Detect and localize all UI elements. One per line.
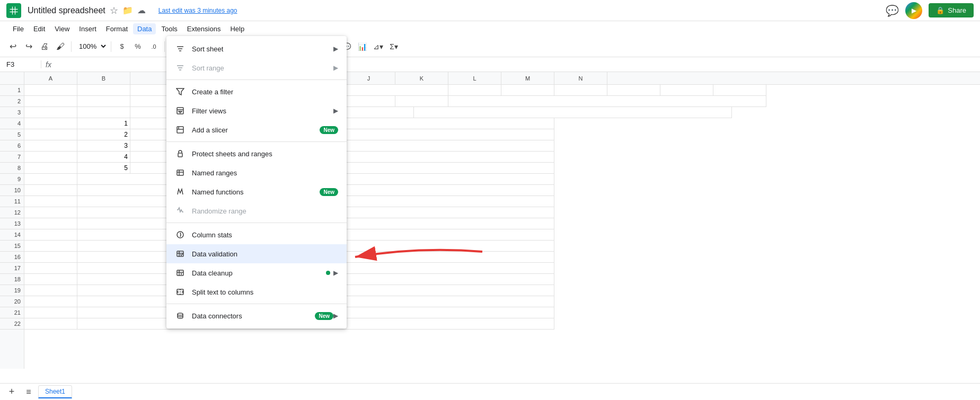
menu-option-named-ranges[interactable]: Named ranges xyxy=(166,163,347,182)
col-header-j[interactable]: J xyxy=(342,72,395,84)
menu-format[interactable]: Format xyxy=(102,23,132,34)
row-num-22[interactable]: 22 xyxy=(0,318,24,330)
cell-a9[interactable] xyxy=(24,174,77,185)
cell-h1[interactable] xyxy=(395,85,448,96)
cell-a17[interactable] xyxy=(24,263,77,274)
row-num-5[interactable]: 5 xyxy=(0,129,24,140)
folder-icon[interactable]: 📁 xyxy=(122,5,133,15)
cell-k1[interactable] xyxy=(554,85,607,96)
menu-option-column-stats[interactable]: Column stats xyxy=(166,225,347,244)
cell-i1[interactable] xyxy=(448,85,501,96)
cell-b8[interactable]: 5 xyxy=(77,163,130,174)
cell-rest2[interactable] xyxy=(448,96,766,107)
cell-l1[interactable] xyxy=(607,85,660,96)
zoom-select[interactable]: 100% xyxy=(75,41,108,52)
menu-help[interactable]: Help xyxy=(226,23,249,34)
menu-option-filter-views[interactable]: Filter views ▶ xyxy=(166,101,347,120)
row-num-19[interactable]: 19 xyxy=(0,285,24,296)
cell-a4[interactable] xyxy=(24,118,77,129)
chart-button[interactable]: 📊 xyxy=(355,39,369,54)
decimal-button[interactable]: .0 xyxy=(146,39,161,54)
row-num-2[interactable]: 2 xyxy=(0,96,24,107)
cell-a16[interactable] xyxy=(24,252,77,263)
cell-a12[interactable] xyxy=(24,207,77,218)
cell-j1[interactable] xyxy=(501,85,554,96)
undo-button[interactable]: ↩ xyxy=(5,39,20,54)
cell-a20[interactable] xyxy=(24,296,77,307)
menu-option-protect-sheets[interactable]: Protect sheets and ranges xyxy=(166,144,347,163)
cell-h2[interactable] xyxy=(395,96,448,107)
share-button[interactable]: 🔒 Share xyxy=(929,3,974,17)
menu-option-data-cleanup[interactable]: Data cleanup ▶ xyxy=(166,263,347,282)
sheet-tab-1[interactable]: Sheet1 xyxy=(38,385,72,398)
row-num-14[interactable]: 14 xyxy=(0,229,24,241)
cell-a11[interactable] xyxy=(24,196,77,207)
comment-icon[interactable]: 💬 xyxy=(886,4,899,17)
row-num-21[interactable]: 21 xyxy=(0,307,24,318)
cell-a18[interactable] xyxy=(24,274,77,285)
row-num-1[interactable]: 1 xyxy=(0,85,24,96)
menu-option-create-filter[interactable]: Create a filter xyxy=(166,82,347,101)
cell-rest3[interactable] xyxy=(414,107,732,118)
cloud-icon[interactable]: ☁ xyxy=(137,5,146,15)
row-num-20[interactable]: 20 xyxy=(0,296,24,307)
cell-b7[interactable]: 4 xyxy=(77,152,130,163)
cell-a21[interactable] xyxy=(24,307,77,318)
percent-button[interactable]: % xyxy=(130,39,145,54)
cell-b4[interactable]: 1 xyxy=(77,118,130,129)
sheet-menu-button[interactable]: ≡ xyxy=(21,385,36,399)
currency-button[interactable]: $ xyxy=(114,39,129,54)
menu-option-data-validation[interactable]: Data validation xyxy=(166,244,347,263)
menu-option-sort-range[interactable]: Sort range ▶ xyxy=(166,58,347,77)
cell-a2[interactable] xyxy=(24,96,77,107)
menu-option-sort-sheet[interactable]: Sort sheet ▶ xyxy=(166,39,347,58)
filter-button[interactable]: ⊿▾ xyxy=(370,39,385,54)
col-header-a[interactable]: A xyxy=(24,72,77,84)
menu-option-data-connectors[interactable]: Data connectors New ▶ xyxy=(166,306,347,325)
row-num-12[interactable]: 12 xyxy=(0,207,24,218)
col-header-b[interactable]: B xyxy=(77,72,130,84)
cell-a8[interactable] xyxy=(24,163,77,174)
menu-edit[interactable]: Edit xyxy=(29,23,49,34)
cell-a15[interactable] xyxy=(24,241,77,252)
menu-extensions[interactable]: Extensions xyxy=(183,23,225,34)
add-sheet-button[interactable]: + xyxy=(4,385,19,399)
cell-a19[interactable] xyxy=(24,285,77,296)
row-num-13[interactable]: 13 xyxy=(0,218,24,229)
row-num-8[interactable]: 8 xyxy=(0,163,24,174)
cell-b2[interactable] xyxy=(77,96,130,107)
row-num-18[interactable]: 18 xyxy=(0,274,24,285)
menu-option-named-functions[interactable]: Named functions New xyxy=(166,182,347,201)
menu-view[interactable]: View xyxy=(50,23,74,34)
redo-button[interactable]: ↪ xyxy=(21,39,36,54)
cell-a13[interactable] xyxy=(24,218,77,229)
menu-option-add-slicer[interactable]: Add a slicer New xyxy=(166,120,347,139)
cell-b5[interactable]: 2 xyxy=(77,129,130,140)
row-num-7[interactable]: 7 xyxy=(0,152,24,163)
cell-m1[interactable] xyxy=(660,85,713,96)
cell-b3[interactable] xyxy=(77,107,130,118)
row-num-6[interactable]: 6 xyxy=(0,140,24,152)
print-button[interactable]: 🖨 xyxy=(37,39,52,54)
menu-tools[interactable]: Tools xyxy=(157,23,181,34)
menu-insert[interactable]: Insert xyxy=(75,23,101,34)
cell-b6[interactable]: 3 xyxy=(77,140,130,152)
menu-option-randomize-range[interactable]: Randomize range xyxy=(166,201,347,220)
cell-a3[interactable] xyxy=(24,107,77,118)
cell-a7[interactable] xyxy=(24,152,77,163)
meet-button[interactable]: ▶ xyxy=(905,2,922,19)
cell-a6[interactable] xyxy=(24,140,77,152)
menu-data[interactable]: Data xyxy=(133,23,156,34)
row-num-4[interactable]: 4 xyxy=(0,118,24,129)
cell-a10[interactable] xyxy=(24,185,77,196)
row-num-3[interactable]: 3 xyxy=(0,107,24,118)
row-num-15[interactable]: 15 xyxy=(0,241,24,252)
row-num-10[interactable]: 10 xyxy=(0,185,24,196)
corner-cell[interactable] xyxy=(0,72,24,84)
menu-option-split-text[interactable]: Split text to columns xyxy=(166,282,347,301)
col-header-k[interactable]: K xyxy=(395,72,448,84)
cell-b1[interactable] xyxy=(77,85,130,96)
cell-a14[interactable] xyxy=(24,229,77,241)
col-header-l[interactable]: L xyxy=(448,72,501,84)
function-button[interactable]: Σ▾ xyxy=(386,39,401,54)
